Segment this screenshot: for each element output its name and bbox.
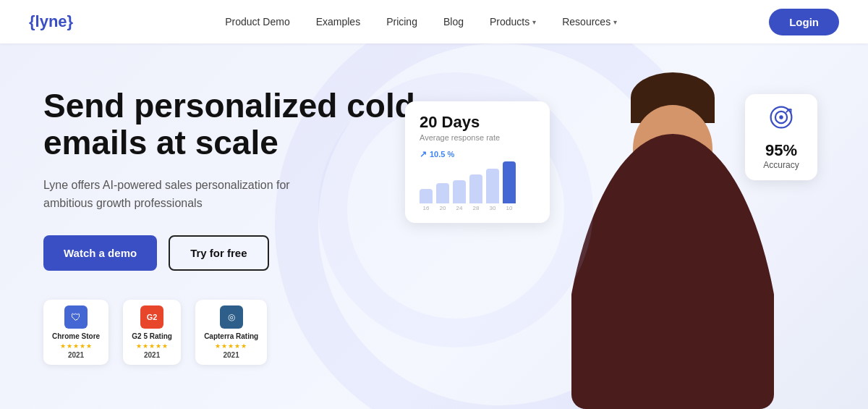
hero-buttons: Watch a demo Try for free — [43, 235, 420, 271]
nav-products[interactable]: Products ▾ — [490, 16, 536, 28]
target-icon — [758, 104, 804, 138]
resources-chevron-icon: ▾ — [613, 18, 617, 26]
bar-group: 30 — [486, 169, 499, 211]
chrome-store-icon: 🛡 — [64, 305, 88, 329]
capterra-stars: ★★★★★ — [204, 342, 258, 350]
chrome-store-badge: 🛡 Chrome Store ★★★★★ 2021 — [43, 300, 109, 365]
hero-section: Send personalized cold emails at scale L… — [0, 43, 868, 409]
bar-label: 16 — [423, 205, 430, 211]
g2-year: 2021 — [132, 351, 172, 359]
g2-title: G2 5 Rating — [132, 332, 172, 341]
accuracy-label: Accuracy — [758, 160, 804, 170]
g2-stars: ★★★★★ — [132, 342, 172, 350]
bar — [486, 169, 499, 203]
capterra-badge: ◎ Capterra Rating ★★★★★ 2021 — [195, 300, 267, 365]
bar-group: 24 — [453, 180, 466, 211]
g2-badge: G2 G2 5 Rating ★★★★★ 2021 — [123, 300, 181, 365]
hero-content-left: Send personalized cold emails at scale L… — [43, 88, 420, 366]
watch-demo-button[interactable]: Watch a demo — [43, 235, 157, 271]
svg-point-2 — [779, 115, 783, 119]
capterra-title: Capterra Rating — [204, 332, 258, 341]
bar-label: 10 — [506, 205, 513, 211]
try-free-button[interactable]: Try for free — [169, 235, 268, 271]
navbar: {lyne} Product Demo Examples Pricing Blo… — [0, 0, 868, 43]
bar-label: 20 — [440, 205, 446, 211]
social-proof-badges: 🛡 Chrome Store ★★★★★ 2021 G2 G2 5 Rating… — [43, 300, 420, 365]
nav-blog[interactable]: Blog — [443, 16, 464, 28]
bar-group: 10 — [503, 161, 516, 211]
bar-group: 16 — [420, 189, 433, 211]
products-chevron-icon: ▾ — [532, 18, 536, 26]
nav-examples[interactable]: Examples — [316, 16, 360, 28]
g2-icon: G2 — [140, 305, 163, 329]
capterra-icon: ◎ — [220, 305, 243, 329]
bar-label: 28 — [473, 205, 480, 211]
chrome-store-title: Chrome Store — [52, 332, 100, 341]
brand-logo[interactable]: {lyne} — [29, 12, 73, 31]
bar — [469, 174, 482, 203]
accuracy-card: 95% Accuracy — [745, 94, 817, 180]
bar — [420, 189, 433, 203]
nav-product-demo[interactable]: Product Demo — [225, 16, 289, 28]
nav-pricing[interactable]: Pricing — [386, 16, 417, 28]
login-button[interactable]: Login — [769, 9, 839, 35]
bar-label: 24 — [456, 205, 463, 211]
person-body — [571, 134, 774, 409]
nav-links: Product Demo Examples Pricing Blog Produ… — [225, 16, 617, 28]
bar — [436, 183, 449, 203]
stats-card: 20 Days Average response rate 10.5 % 162… — [405, 101, 550, 223]
accuracy-value: 95% — [758, 141, 804, 160]
chrome-store-stars: ★★★★★ — [52, 342, 100, 350]
stats-card-subtitle: Average response rate — [420, 133, 535, 142]
hero-headline: Send personalized cold emails at scale — [43, 88, 420, 162]
stats-rate: 10.5 % — [420, 149, 535, 159]
nav-resources[interactable]: Resources ▾ — [562, 16, 617, 28]
bar — [453, 180, 466, 203]
hero-subheadline: Lyne offers AI-powered sales personaliza… — [43, 177, 318, 213]
bar-group: 28 — [469, 174, 482, 211]
bar-label: 30 — [490, 205, 496, 211]
stats-card-title: 20 Days — [420, 113, 535, 132]
hero-content-right: 20 Days Average response rate 10.5 % 162… — [420, 43, 825, 409]
chrome-store-year: 2021 — [52, 351, 100, 359]
bar — [503, 161, 516, 203]
bar-group: 20 — [436, 183, 449, 211]
bar-chart: 162024283010 — [420, 168, 535, 211]
capterra-year: 2021 — [204, 351, 258, 359]
